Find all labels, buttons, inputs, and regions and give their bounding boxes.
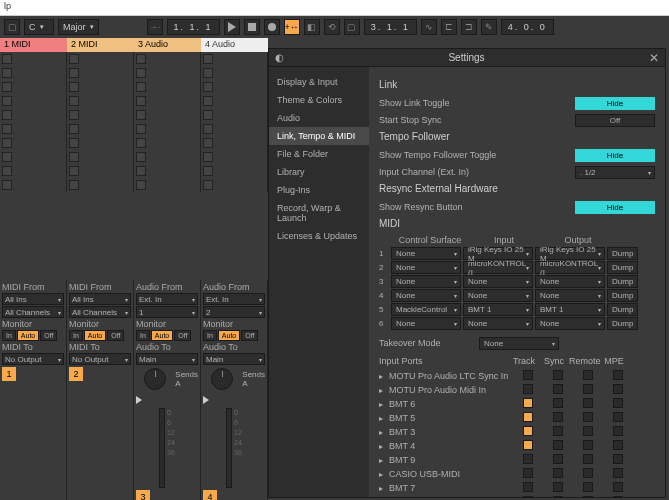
control-surface-select[interactable]: None bbox=[391, 247, 461, 260]
clip-slot[interactable] bbox=[67, 108, 134, 122]
follow-icon[interactable]: →· bbox=[147, 19, 163, 35]
show-link-toggle[interactable]: Hide bbox=[575, 97, 655, 110]
clip-slot[interactable] bbox=[134, 108, 201, 122]
sidebar-item[interactable]: Display & Input bbox=[269, 73, 369, 91]
expand-icon[interactable]: ▸ bbox=[379, 442, 389, 451]
sync-checkbox[interactable] bbox=[553, 468, 563, 478]
sync-checkbox[interactable] bbox=[553, 370, 563, 380]
track-checkbox[interactable] bbox=[523, 384, 533, 394]
punch-in-button[interactable]: ⊏ bbox=[441, 19, 457, 35]
start-stop-toggle[interactable]: Off bbox=[575, 114, 655, 127]
track-number[interactable]: 1 bbox=[2, 367, 16, 381]
monitor-auto[interactable]: Auto bbox=[17, 330, 39, 341]
sync-checkbox[interactable] bbox=[553, 412, 563, 422]
key-select[interactable]: C bbox=[24, 19, 54, 35]
remote-checkbox[interactable] bbox=[583, 482, 593, 492]
clip-slot[interactable] bbox=[0, 66, 67, 80]
monitor-in[interactable]: In bbox=[203, 330, 217, 341]
clip-slot[interactable] bbox=[201, 136, 268, 150]
clip-slot[interactable] bbox=[201, 150, 268, 164]
mpe-checkbox[interactable] bbox=[613, 412, 623, 422]
track-number[interactable]: 4 bbox=[203, 490, 217, 500]
loop-button[interactable]: ∿ bbox=[421, 19, 437, 35]
input-channel-select[interactable]: . 1/2 bbox=[575, 166, 655, 179]
track-checkbox[interactable] bbox=[523, 370, 533, 380]
track-checkbox[interactable] bbox=[523, 482, 533, 492]
dest-select[interactable]: Main bbox=[136, 353, 198, 365]
sidebar-item[interactable]: Licenses & Updates bbox=[269, 227, 369, 245]
source-select[interactable]: All Ins bbox=[69, 293, 131, 305]
mpe-checkbox[interactable] bbox=[613, 398, 623, 408]
remote-checkbox[interactable] bbox=[583, 468, 593, 478]
clip-slot[interactable] bbox=[0, 52, 67, 66]
track-header-1[interactable]: 1 MIDI bbox=[0, 38, 67, 52]
mpe-checkbox[interactable] bbox=[613, 482, 623, 492]
clip-slot[interactable] bbox=[134, 94, 201, 108]
sync-checkbox[interactable] bbox=[553, 426, 563, 436]
sync-checkbox[interactable] bbox=[553, 454, 563, 464]
track-number[interactable]: 2 bbox=[69, 367, 83, 381]
monitor-off[interactable]: Off bbox=[241, 330, 258, 341]
midi-output-select[interactable]: None bbox=[535, 289, 605, 302]
clip-slot[interactable] bbox=[67, 136, 134, 150]
dest-select[interactable]: Main bbox=[203, 353, 265, 365]
monitor-auto[interactable]: Auto bbox=[151, 330, 173, 341]
control-surface-select[interactable]: MackieControl bbox=[391, 303, 461, 316]
sync-checkbox[interactable] bbox=[553, 482, 563, 492]
track-header-3[interactable]: 3 Audio bbox=[134, 38, 201, 52]
midi-output-select[interactable]: BMT 1 bbox=[535, 303, 605, 316]
dump-button[interactable]: Dump bbox=[607, 261, 638, 274]
track-number[interactable]: 3 bbox=[136, 490, 150, 500]
control-surface-select[interactable]: None bbox=[391, 275, 461, 288]
track-checkbox[interactable] bbox=[523, 454, 533, 464]
clip-slot[interactable] bbox=[134, 66, 201, 80]
remote-checkbox[interactable] bbox=[583, 412, 593, 422]
clip-slot[interactable] bbox=[67, 94, 134, 108]
tap-button[interactable]: ▢ bbox=[4, 19, 20, 35]
mpe-checkbox[interactable] bbox=[613, 454, 623, 464]
monitor-off[interactable]: Off bbox=[174, 330, 191, 341]
midi-output-select[interactable]: None bbox=[535, 275, 605, 288]
show-resync-toggle[interactable]: Hide bbox=[575, 201, 655, 214]
dump-button[interactable]: Dump bbox=[607, 247, 638, 260]
sidebar-item[interactable]: Audio bbox=[269, 109, 369, 127]
midi-input-select[interactable]: microKONTROL (I bbox=[463, 261, 533, 274]
takeover-select[interactable]: None bbox=[479, 337, 559, 350]
clip-slot[interactable] bbox=[201, 122, 268, 136]
track-checkbox[interactable] bbox=[523, 412, 533, 422]
midi-input-select[interactable]: BMT 1 bbox=[463, 303, 533, 316]
clip-slot[interactable] bbox=[201, 80, 268, 94]
expand-icon[interactable]: ▸ bbox=[379, 414, 389, 423]
sync-checkbox[interactable] bbox=[553, 384, 563, 394]
sync-checkbox[interactable] bbox=[553, 496, 563, 497]
clip-slot[interactable] bbox=[0, 122, 67, 136]
source-select[interactable]: All Ins bbox=[2, 293, 64, 305]
sidebar-item[interactable]: Plug-Ins bbox=[269, 181, 369, 199]
control-surface-select[interactable]: None bbox=[391, 289, 461, 302]
channel-select[interactable]: 1 bbox=[136, 306, 198, 318]
show-tempo-toggle[interactable]: Hide bbox=[575, 149, 655, 162]
mpe-checkbox[interactable] bbox=[613, 496, 623, 497]
expand-icon[interactable]: ▸ bbox=[379, 470, 389, 479]
clip-slot[interactable] bbox=[134, 178, 201, 192]
expand-icon[interactable]: ▸ bbox=[379, 400, 389, 409]
track-checkbox[interactable] bbox=[523, 426, 533, 436]
send-knob[interactable] bbox=[211, 368, 233, 390]
overdub-button[interactable]: +↔ bbox=[284, 19, 300, 35]
clip-slot[interactable] bbox=[0, 150, 67, 164]
send-knob[interactable] bbox=[144, 368, 166, 390]
track-checkbox[interactable] bbox=[523, 496, 533, 497]
stop-button[interactable] bbox=[244, 19, 260, 35]
monitor-in[interactable]: In bbox=[69, 330, 83, 341]
monitor-auto[interactable]: Auto bbox=[218, 330, 240, 341]
monitor-off[interactable]: Off bbox=[107, 330, 124, 341]
clip-slot[interactable] bbox=[201, 52, 268, 66]
channel-select[interactable]: 2 bbox=[203, 306, 265, 318]
clip-slot[interactable] bbox=[134, 122, 201, 136]
scale-select[interactable]: Major bbox=[58, 19, 99, 35]
mpe-checkbox[interactable] bbox=[613, 440, 623, 450]
position-display[interactable]: 1. 1. 1 bbox=[167, 19, 220, 35]
track-checkbox[interactable] bbox=[523, 440, 533, 450]
track-checkbox[interactable] bbox=[523, 398, 533, 408]
play-button[interactable] bbox=[224, 19, 240, 35]
